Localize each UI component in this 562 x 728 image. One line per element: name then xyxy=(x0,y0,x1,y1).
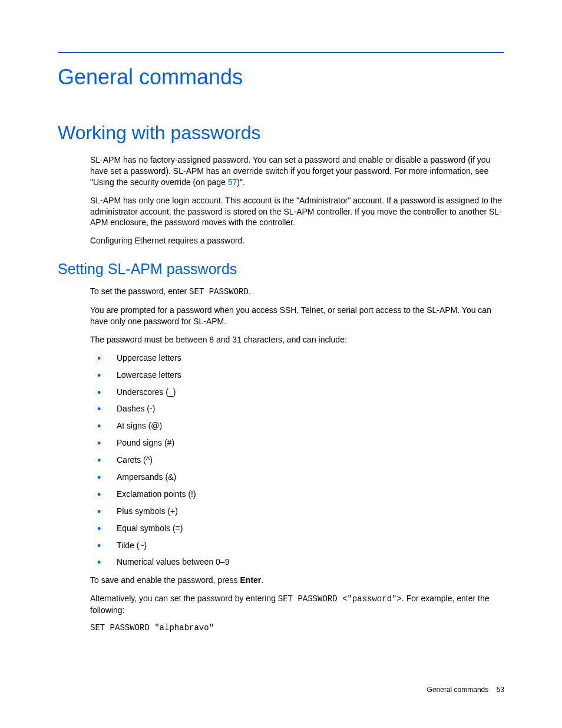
list-item: Tilde (~) xyxy=(90,540,504,551)
page-link-57[interactable]: 57 xyxy=(228,177,237,187)
code-block-example: SET PASSWORD "alphabravo" xyxy=(90,623,504,633)
list-item: Dashes (-) xyxy=(90,403,504,414)
page-footer: General commands 53 xyxy=(427,686,504,694)
paragraph-account: SL-APM has only one login account. This … xyxy=(90,195,504,229)
bullet-list: Uppercase letters Lowercase letters Unde… xyxy=(90,353,504,568)
heading-2: Working with passwords xyxy=(58,122,504,144)
list-item: Pound signs (#) xyxy=(90,437,504,449)
paragraph-requirements: The password must be between 8 and 31 ch… xyxy=(90,334,504,345)
para1-pre: SL-APM has no factory-assigned password.… xyxy=(90,155,490,187)
list-item: Numerical values between 0–9 xyxy=(90,556,504,568)
enter-key: Enter xyxy=(240,575,262,585)
para8-pre: Alternatively, you can set the password … xyxy=(90,594,278,603)
list-item: Uppercase letters xyxy=(90,353,504,364)
list-item: At signs (@) xyxy=(90,420,504,431)
paragraph-alternative: Alternatively, you can set the password … xyxy=(90,593,504,616)
top-rule xyxy=(58,52,504,53)
list-item: Ampersands (&) xyxy=(90,472,504,483)
paragraph-save: To save and enable the password, press E… xyxy=(90,575,504,586)
para7-pre: To save and enable the password, press xyxy=(90,575,240,585)
paragraph-prompted: You are prompted for a password when you… xyxy=(90,305,504,327)
footer-section-label: General commands xyxy=(427,686,489,694)
heading-1: General commands xyxy=(58,65,504,90)
list-item: Plus symbols (+) xyxy=(90,506,504,517)
paragraph-intro: SL-APM has no factory-assigned password.… xyxy=(90,154,504,188)
footer-page-number: 53 xyxy=(497,686,504,694)
para7-post: . xyxy=(261,575,263,585)
paragraph-set-password: To set the password, enter SET PASSWORD. xyxy=(90,286,504,298)
para1-post: )". xyxy=(237,177,245,187)
list-item: Underscores (_) xyxy=(90,387,504,398)
list-item: Lowercase letters xyxy=(90,370,504,381)
paragraph-ethernet: Configuring Ethernet requires a password… xyxy=(90,235,504,246)
code-set-password: SET PASSWORD xyxy=(189,287,249,297)
list-item: Equal symbols (=) xyxy=(90,523,504,534)
para4-pre: To set the password, enter xyxy=(90,286,189,296)
code-set-password-arg: SET PASSWORD <"password"> xyxy=(278,594,402,604)
heading-3: Setting SL-APM passwords xyxy=(58,261,504,278)
para4-post: . xyxy=(249,286,251,296)
list-item: Carets (^) xyxy=(90,454,504,466)
list-item: Exclamation points (!) xyxy=(90,489,504,500)
